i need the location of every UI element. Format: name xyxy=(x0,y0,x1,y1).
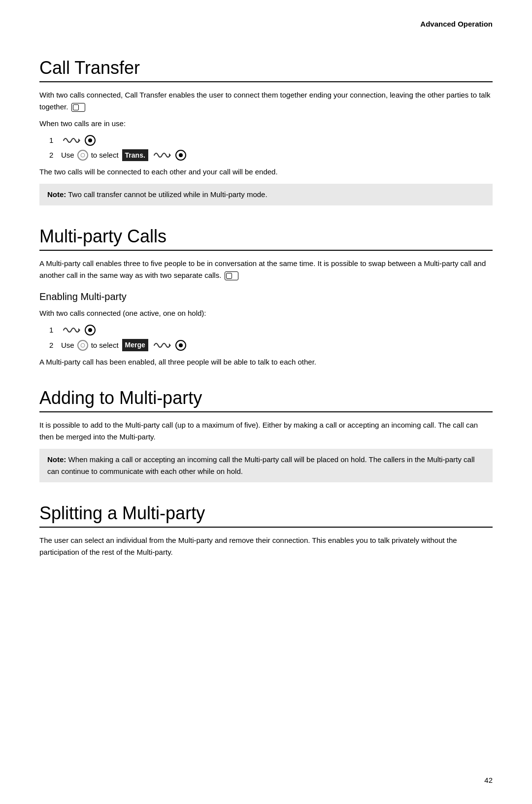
confirm-button-icon-2 xyxy=(175,150,186,161)
enabling-steps: 1 2 Use to select Merge xyxy=(49,324,493,351)
scroll-arrow-icon-4 xyxy=(153,339,171,351)
enabling-step-1: 1 xyxy=(49,324,493,336)
enabling-para1: With two calls connected (one active, on… xyxy=(39,307,493,319)
adding-note: Note: When making a call or accepting an… xyxy=(39,449,493,482)
call-transfer-after-steps: The two calls will be connected to each … xyxy=(39,166,493,178)
nav-wheel-icon xyxy=(77,150,88,161)
section-heading-splitting: Splitting a Multi-party xyxy=(39,503,493,528)
step-1: 1 xyxy=(49,134,493,146)
confirm-button-icon-3 xyxy=(85,325,96,335)
section-adding-multi-party: Adding to Multi-party It is possible to … xyxy=(39,373,493,482)
enabling-step-num-2: 2 xyxy=(49,339,61,351)
confirm-button-icon-4 xyxy=(175,340,186,351)
note-text-1: Two call transfer cannot be utilized whi… xyxy=(68,190,267,199)
header-title: Advanced Operation xyxy=(420,20,493,28)
enabling-step-1-content xyxy=(61,324,97,336)
call-transfer-note: Note: Two call transfer cannot be utiliz… xyxy=(39,184,493,205)
step-num-1: 1 xyxy=(49,134,61,146)
confirm-button-icon xyxy=(85,135,96,146)
step-num-2: 2 xyxy=(49,149,61,161)
note-text-2: When making a call or accepting an incom… xyxy=(47,455,475,475)
scroll-arrow-icon xyxy=(63,134,80,146)
enabling-step-2-content: Use to select Merge xyxy=(61,339,187,351)
call-transfer-steps: 1 2 Use to select Trans. xyxy=(49,134,493,161)
section-multi-party-calls: Multi-party Calls A Multi-party call ena… xyxy=(39,211,493,368)
section-heading-call-transfer: Call Transfer xyxy=(39,58,493,82)
section-splitting-multi-party: Splitting a Multi-party The user can sel… xyxy=(39,488,493,558)
step-2: 2 Use to select Trans. xyxy=(49,149,493,161)
call-transfer-para1: With two calls connected, Call Transfer … xyxy=(39,89,493,113)
svg-marker-1 xyxy=(169,153,171,157)
svg-marker-0 xyxy=(78,138,80,142)
nav-wheel-icon-2 xyxy=(77,340,88,351)
svg-marker-2 xyxy=(78,328,80,332)
step-2-content: Use to select Trans. xyxy=(61,149,187,161)
section-heading-adding: Adding to Multi-party xyxy=(39,388,493,412)
note-bold-1: Note: xyxy=(47,190,66,199)
enabling-step-num-1: 1 xyxy=(49,324,61,336)
enabling-after-steps: A Multi-party call has been enabled, all… xyxy=(39,356,493,368)
svg-marker-3 xyxy=(169,343,171,347)
page-header: Advanced Operation xyxy=(39,20,493,28)
sub-heading-enabling: Enabling Multi-party xyxy=(39,291,493,302)
section-call-transfer: Call Transfer With two calls connected, … xyxy=(39,43,493,205)
phone-icon-multi xyxy=(225,271,238,280)
splitting-para1: The user can select an individual from t… xyxy=(39,535,493,558)
merge-button-label: Merge xyxy=(122,339,148,351)
scroll-arrow-icon-2 xyxy=(153,149,171,161)
trans-button-label: Trans. xyxy=(122,149,148,161)
call-transfer-when-text: When two calls are in use: xyxy=(39,118,493,130)
multi-party-para1: A Multi-party call enables three to five… xyxy=(39,258,493,281)
section-heading-multi-party: Multi-party Calls xyxy=(39,226,493,251)
page-number: 42 xyxy=(484,776,493,784)
subsection-enabling-multi-party: Enabling Multi-party With two calls conn… xyxy=(39,291,493,368)
enabling-step-2: 2 Use to select Merge xyxy=(49,339,493,351)
note-bold-2: Note: xyxy=(47,455,66,464)
adding-para1: It is possible to add to the Multi-party… xyxy=(39,419,493,443)
phone-swap-icon xyxy=(71,103,85,112)
step-1-content xyxy=(61,134,97,146)
scroll-arrow-icon-3 xyxy=(63,324,80,336)
